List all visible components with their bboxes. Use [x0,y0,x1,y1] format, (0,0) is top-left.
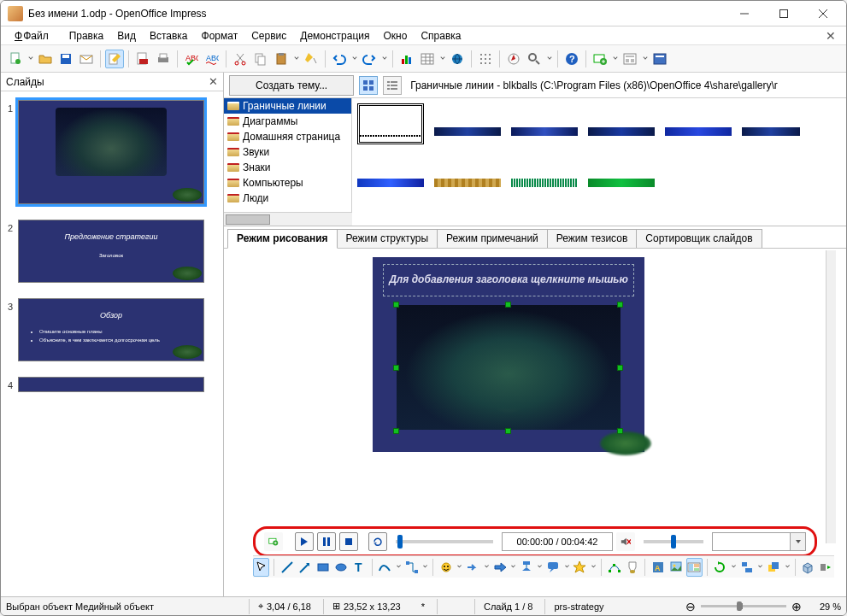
save-button[interactable] [56,50,75,68]
undo-dropdown[interactable] [352,55,356,59]
vertical-scrollbar[interactable] [826,250,836,543]
close-button[interactable] [803,1,843,26]
menu-window[interactable]: Окно [377,28,415,44]
new-doc-dropdown[interactable] [28,55,32,59]
menu-format[interactable]: Формат [195,28,245,44]
gallery-item[interactable] [434,127,501,136]
resize-handle[interactable] [505,428,511,434]
table-dropdown[interactable] [440,55,444,59]
seek-slider[interactable] [396,540,493,543]
toggle-tool[interactable] [818,558,834,577]
media-object[interactable] [397,305,621,430]
layout-button[interactable] [621,50,639,68]
menu-help[interactable]: Справка [414,28,468,44]
resize-handle[interactable] [505,302,511,308]
gallery-cat-borders[interactable]: Граничные линии [224,98,351,114]
format-paint-button[interactable] [302,50,321,68]
gallery-cat-computers[interactable]: Компьютеры [224,175,351,191]
zoom-out-button[interactable]: ⊖ [685,600,696,613]
slide-design-button[interactable] [650,50,669,68]
minimize-button[interactable] [725,1,764,26]
layout-dropdown[interactable] [643,55,647,59]
maximize-button[interactable] [764,1,803,26]
gallery-item[interactable] [742,127,800,136]
open-button[interactable] [36,50,55,68]
undo-button[interactable] [330,50,349,68]
callout-tool[interactable] [545,558,562,577]
tab-notes[interactable]: Режим примечаний [437,229,548,248]
navigator-button[interactable] [504,50,523,68]
arrange-tool[interactable] [765,558,781,577]
hyperlink-button[interactable] [448,50,467,68]
from-file-tool[interactable] [668,558,684,577]
menu-edit[interactable]: Правка [62,28,111,44]
gallery-icons-view[interactable] [359,76,378,95]
resize-handle[interactable] [393,365,399,371]
resize-handle[interactable] [393,428,399,434]
mute-button[interactable] [616,532,635,551]
title-placeholder[interactable]: Для добавления заголовка щелкните мышью [383,264,634,296]
rect-tool[interactable] [315,558,331,577]
slides-panel-close[interactable]: ✕ [209,75,218,88]
resize-handle[interactable] [617,365,623,371]
mail-button[interactable] [77,50,96,68]
menu-view[interactable]: Вид [110,28,143,44]
text-tool[interactable]: T [351,558,368,577]
redo-dropdown[interactable] [382,55,386,59]
menu-show[interactable]: Демонстрация [293,28,376,44]
tab-drawing[interactable]: Режим рисования [227,229,338,249]
flowchart-tool[interactable] [518,558,534,577]
gallery-item[interactable] [357,103,424,144]
pdf-button[interactable] [133,50,152,68]
grid-button[interactable] [476,50,495,68]
spellcheck-button[interactable]: ABC [182,50,201,68]
cut-button[interactable] [231,50,250,68]
create-theme-button[interactable]: Создать тему... [229,75,354,96]
gallery-cat-people[interactable]: Люди [224,191,351,206]
zoom-value[interactable]: 29 % [807,601,841,612]
arrow-line-tool[interactable] [297,558,313,577]
symbol-shapes-tool[interactable] [465,558,481,577]
chart-button[interactable] [397,50,416,68]
gallery-item[interactable] [588,179,655,187]
gallery-item[interactable] [588,127,655,136]
gallery-cat-diagrams[interactable]: Диаграммы [224,114,351,129]
zoom-select[interactable] [712,532,806,551]
gallery-item[interactable] [357,179,424,187]
slide-thumb-1[interactable]: 1 [8,100,216,204]
resize-handle[interactable] [393,302,399,308]
gallery-cat-signs[interactable]: Знаки [224,160,351,175]
ellipse-tool[interactable] [333,558,350,577]
tab-handout[interactable]: Режим тезисов [547,229,638,248]
insert-media-button[interactable] [264,532,283,551]
rotate-tool[interactable] [712,558,728,577]
zoom-slider[interactable] [701,605,786,607]
paste-dropdown[interactable] [294,55,298,59]
zoom-dropdown[interactable] [547,55,551,59]
gallery-cat-homepage[interactable]: Домашняя страница [224,129,351,144]
redo-button[interactable] [360,50,379,68]
gallery-item[interactable] [511,179,578,187]
slide-thumb-4[interactable]: 4 Долгосрочная цель [8,377,216,392]
fontwork-tool[interactable]: A [650,558,666,577]
pause-button[interactable] [317,532,336,551]
slide-thumb-2[interactable]: 2 Предложение стратегииЗаголовок [8,220,216,283]
stop-button[interactable] [339,532,358,551]
play-button[interactable] [295,532,314,551]
copy-button[interactable] [251,50,270,68]
print-button[interactable] [154,50,173,68]
connector-tool[interactable] [403,558,420,577]
gallery-cat-sounds[interactable]: Звуки [224,144,351,160]
volume-slider[interactable] [644,540,703,543]
new-slide-dropdown[interactable] [613,55,617,59]
gallery-list-view[interactable] [383,76,402,95]
edit-mode-button[interactable] [105,50,124,68]
table-button[interactable] [418,50,437,68]
basic-shapes-tool[interactable] [438,558,454,577]
gallery-cat-scrollbar[interactable] [224,212,352,226]
menu-insert[interactable]: Вставка [143,28,195,44]
gallery-item[interactable] [665,127,732,136]
gallery-button[interactable] [686,558,703,577]
new-slide-button[interactable] [591,50,609,68]
zoom-button[interactable] [525,50,544,68]
